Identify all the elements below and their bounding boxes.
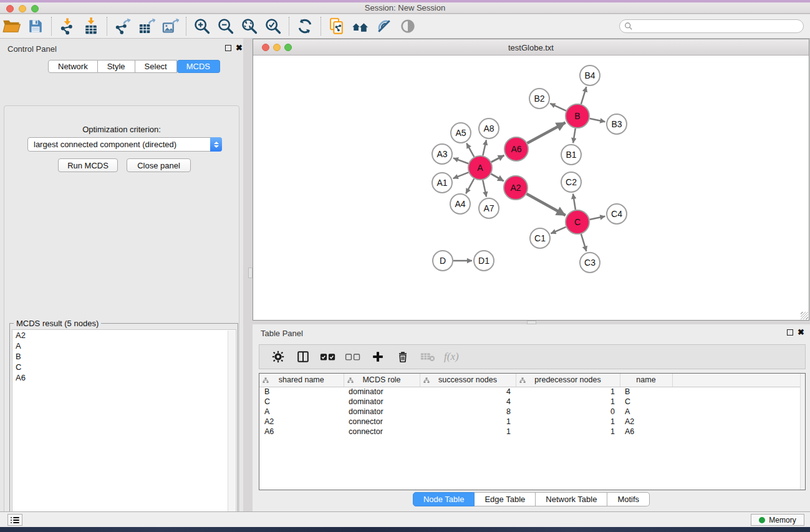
result-list-scrollbar[interactable] — [228, 331, 235, 532]
table-cell[interactable]: C — [620, 397, 672, 407]
add-column-icon[interactable] — [367, 347, 389, 367]
show-panel-list-button[interactable] — [7, 514, 22, 526]
import-table-icon[interactable] — [79, 16, 103, 37]
home-icon[interactable] — [349, 16, 372, 37]
zoom-selected-icon[interactable] — [261, 16, 285, 37]
search-field[interactable] — [619, 19, 804, 33]
tab-select[interactable]: Select — [135, 60, 177, 73]
export-image-icon[interactable] — [158, 16, 182, 37]
tab-node-table[interactable]: Node Table — [413, 492, 475, 506]
table-cell[interactable]: dominator — [344, 387, 420, 397]
graph-node-C4[interactable]: C4 — [607, 204, 627, 224]
graph-node-C2[interactable]: C2 — [561, 172, 581, 192]
zoom-fit-icon[interactable] — [238, 16, 261, 37]
duplicate-network-icon[interactable] — [325, 16, 349, 37]
control-panel-close-icon[interactable]: ✖ — [236, 43, 243, 52]
tab-edge-table[interactable]: Edge Table — [475, 492, 536, 506]
result-item[interactable]: A6 — [12, 372, 236, 383]
save-session-icon[interactable] — [24, 16, 47, 37]
graph-node-A7[interactable]: A7 — [479, 198, 499, 218]
column-header-MCDS-role[interactable]: MCDS role — [344, 374, 420, 387]
table-cell[interactable]: A2 — [259, 417, 344, 427]
table-cell[interactable]: connector — [344, 417, 420, 427]
result-item[interactable]: C — [12, 362, 236, 372]
table-cell[interactable]: A6 — [620, 427, 672, 437]
graph-node-A4[interactable]: A4 — [450, 194, 470, 214]
table-cell[interactable]: A — [259, 407, 344, 417]
column-header-name[interactable]: name — [620, 374, 672, 387]
table-row[interactable]: Cdominator41C — [259, 397, 801, 407]
table-row[interactable]: Adominator80A — [259, 407, 801, 417]
graph-node-B[interactable]: B — [566, 104, 589, 128]
graph-node-C3[interactable]: C3 — [580, 253, 600, 273]
column-header-predecessor-nodes[interactable]: predecessor nodes — [516, 374, 620, 387]
graph-node-D[interactable]: D — [433, 251, 453, 271]
graph-node-B3[interactable]: B3 — [607, 114, 627, 134]
graph-node-D1[interactable]: D1 — [474, 251, 494, 271]
graph-node-A1[interactable]: A1 — [432, 173, 452, 193]
table-cell[interactable]: 1 — [516, 417, 620, 427]
column-header-shared-name[interactable]: shared name — [259, 374, 344, 387]
column-header-successor-nodes[interactable]: successor nodes — [420, 374, 516, 387]
refresh-icon[interactable] — [293, 16, 317, 37]
optimization-criterion-select[interactable]: largest connected component (directed) — [27, 137, 222, 152]
table-row[interactable]: A6connector11A6 — [259, 427, 801, 437]
graph-node-A8[interactable]: A8 — [479, 118, 499, 138]
hide-graphics-details-icon[interactable] — [372, 16, 396, 37]
table-cell[interactable]: 8 — [420, 407, 516, 417]
tab-mcds[interactable]: MCDS — [177, 60, 220, 73]
control-panel-float-icon[interactable] — [225, 45, 231, 51]
table-cell[interactable]: A2 — [620, 417, 672, 427]
graph-node-A6[interactable]: A6 — [504, 137, 528, 161]
graph-node-A2[interactable]: A2 — [504, 176, 528, 200]
settings-gear-icon[interactable] — [267, 347, 289, 367]
left-splitter-handle[interactable] — [248, 268, 253, 278]
graph-node-C[interactable]: C — [566, 210, 589, 234]
tab-style[interactable]: Style — [98, 60, 135, 73]
table-cell[interactable]: 1 — [516, 387, 620, 397]
delete-columns-icon[interactable] — [392, 347, 414, 367]
memory-button[interactable]: Memory — [751, 514, 804, 526]
table-cell[interactable]: A — [620, 407, 672, 417]
select-all-checkboxes-icon[interactable] — [317, 347, 339, 367]
deselect-all-checkboxes-icon[interactable] — [342, 347, 364, 367]
table-cell[interactable]: B — [259, 387, 344, 397]
graph-node-A5[interactable]: A5 — [451, 123, 471, 143]
import-network-icon[interactable] — [55, 16, 79, 37]
table-panel-float-icon[interactable] — [787, 329, 793, 336]
result-item[interactable]: A — [12, 341, 236, 351]
graph-node-C1[interactable]: C1 — [530, 228, 550, 248]
table-cell[interactable]: connector — [344, 427, 420, 437]
table-cell[interactable]: 1 — [516, 397, 620, 407]
close-panel-button[interactable]: Close panel — [127, 158, 191, 172]
table-panel-close-icon[interactable]: ✖ — [798, 327, 804, 337]
tab-network-table[interactable]: Network Table — [536, 492, 607, 506]
table-cell[interactable]: 4 — [420, 387, 516, 397]
table-cell[interactable]: 1 — [420, 417, 516, 427]
graph-node-A3[interactable]: A3 — [432, 144, 452, 164]
tab-motifs[interactable]: Motifs — [607, 492, 650, 506]
table-scrollbar[interactable] — [800, 374, 805, 490]
table-cell[interactable]: 0 — [516, 407, 620, 417]
graph-node-B1[interactable]: B1 — [561, 145, 581, 165]
table-cell[interactable]: dominator — [344, 397, 420, 407]
table-cell[interactable]: A6 — [259, 427, 344, 437]
zoom-in-icon[interactable] — [190, 16, 214, 37]
window-resize-grip[interactable] — [801, 312, 808, 319]
run-mcds-button[interactable]: Run MCDS — [58, 158, 118, 172]
tab-network[interactable]: Network — [48, 60, 98, 73]
table-row[interactable]: A2connector11A2 — [259, 417, 801, 427]
table-cell[interactable]: 1 — [516, 427, 620, 437]
result-item[interactable]: B — [12, 351, 236, 362]
graph-node-A[interactable]: A — [468, 156, 492, 180]
network-canvas[interactable]: B4B2BB3B1A6A5A8A3AA1A4A7A2C2CC4C1C3DD1 — [253, 56, 809, 320]
show-graphics-details-icon[interactable] — [396, 16, 420, 37]
table-cell[interactable]: C — [259, 397, 344, 407]
table-cell[interactable]: 1 — [420, 427, 516, 437]
table-cell[interactable]: dominator — [344, 407, 420, 417]
table-cell[interactable]: 4 — [420, 397, 516, 407]
export-table-icon[interactable] — [135, 16, 158, 37]
zoom-out-icon[interactable] — [214, 16, 238, 37]
result-item[interactable]: A2 — [12, 330, 236, 341]
graph-node-B4[interactable]: B4 — [580, 65, 600, 85]
